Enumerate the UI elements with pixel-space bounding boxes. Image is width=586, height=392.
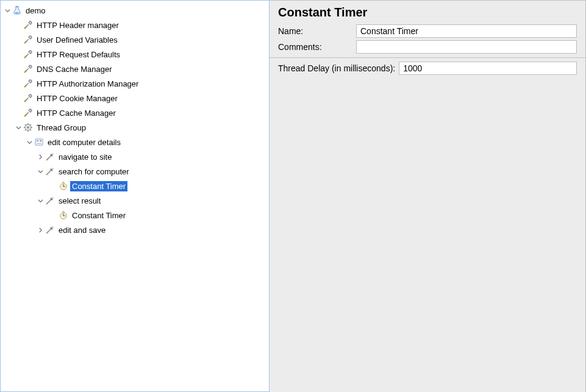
- tree-item-navigate-to-site[interactable]: navigate to site: [1, 149, 269, 164]
- chevron-right-icon[interactable]: [36, 226, 45, 234]
- tree-panel[interactable]: demo • HTTP Header manager •: [0, 0, 270, 392]
- tree-label: DNS Cache Manager: [35, 64, 114, 74]
- svg-rect-25: [63, 212, 65, 213]
- tree-item-demo[interactable]: demo: [1, 3, 269, 18]
- timer-icon: [58, 210, 69, 221]
- svg-point-21: [52, 197, 54, 199]
- svg-line-7: [25, 124, 26, 125]
- flask-icon: [12, 5, 23, 16]
- comments-input[interactable]: [356, 40, 577, 54]
- tree-label: search for computer: [57, 166, 131, 177]
- controller-icon: [34, 137, 45, 148]
- wrench-icon: [23, 49, 34, 60]
- comments-label: Comments:: [278, 42, 356, 52]
- svg-line-8: [30, 130, 31, 130]
- tree-item-search-for-computer[interactable]: search for computer: [1, 164, 269, 179]
- wrench-icon: [23, 34, 34, 45]
- svg-rect-11: [35, 139, 43, 145]
- sampler-icon: [45, 195, 55, 206]
- tree-item-dns-cache-manager[interactable]: • DNS Cache Manager: [1, 62, 269, 76]
- tree-label: select result: [57, 196, 102, 206]
- chevron-down-icon[interactable]: [14, 123, 23, 132]
- svg-rect-14: [37, 143, 41, 144]
- tree-item-constant-timer-selected[interactable]: Constant Timer: [1, 179, 269, 193]
- tree-item-user-defined-variables[interactable]: • User Defined Variables: [1, 32, 269, 47]
- tree-item-http-cookie-manager[interactable]: • HTTP Cookie Manager: [1, 91, 269, 105]
- wrench-icon: [23, 78, 34, 89]
- tree-label: HTTP Request Defaults: [35, 49, 122, 60]
- wrench-icon: [23, 20, 34, 30]
- timer-icon: [58, 180, 69, 191]
- thread-delay-input[interactable]: [399, 62, 577, 75]
- wrench-icon: [23, 107, 34, 118]
- svg-line-9: [25, 130, 26, 130]
- tree-label: demo: [24, 5, 48, 16]
- details-panel: Constant Timer Name: Comments: Thread De…: [270, 0, 586, 392]
- tree-label: HTTP Header manager: [35, 20, 121, 30]
- tree-item-http-header-manager[interactable]: • HTTP Header manager: [1, 18, 269, 32]
- tree-label: HTTP Cache Manager: [35, 108, 118, 118]
- sampler-icon: [45, 166, 55, 177]
- name-input[interactable]: [356, 24, 577, 38]
- tree-item-thread-group[interactable]: Thread Group: [1, 120, 269, 135]
- tree-label: edit and save: [57, 225, 107, 235]
- sampler-icon: [45, 151, 55, 162]
- svg-rect-0: [16, 6, 19, 7]
- tree-label: Thread Group: [35, 123, 88, 133]
- delay-label: Thread Delay (in milliseconds):: [278, 63, 395, 73]
- tree-item-http-authorization-manager[interactable]: • HTTP Authorization Manager: [1, 76, 269, 91]
- tree-label: Constant Timer: [70, 181, 127, 191]
- tree-item-http-request-defaults[interactable]: • HTTP Request Defaults: [1, 47, 269, 62]
- tree-label: navigate to site: [57, 152, 113, 162]
- tree-label: User Defined Variables: [35, 35, 120, 45]
- svg-point-2: [27, 126, 29, 129]
- tree-label: HTTP Cookie Manager: [35, 93, 120, 104]
- gear-icon: [23, 122, 34, 133]
- details-title: Constant Timer: [270, 1, 585, 23]
- tree-label: Constant Timer: [70, 210, 127, 221]
- sampler-icon: [45, 224, 55, 235]
- chevron-down-icon[interactable]: [25, 138, 34, 146]
- svg-line-10: [30, 124, 31, 125]
- svg-rect-12: [37, 140, 38, 141]
- svg-rect-20: [63, 182, 65, 184]
- tree-item-select-result[interactable]: select result: [1, 193, 269, 208]
- svg-point-15: [52, 153, 54, 155]
- divider: [270, 57, 585, 58]
- tree-item-constant-timer[interactable]: Constant Timer: [1, 208, 269, 223]
- chevron-down-icon[interactable]: [36, 167, 45, 176]
- wrench-icon: [23, 93, 34, 104]
- tree-label: HTTP Authorization Manager: [35, 79, 140, 89]
- chevron-right-icon[interactable]: [36, 152, 45, 161]
- chevron-down-icon[interactable]: [36, 196, 45, 205]
- svg-point-16: [52, 168, 54, 169]
- name-label: Name:: [278, 26, 356, 36]
- tree-item-http-cache-manager[interactable]: • HTTP Cache Manager: [1, 105, 269, 120]
- svg-point-26: [52, 226, 54, 228]
- chevron-down-icon[interactable]: [3, 6, 12, 15]
- tree-label: edit computer details: [46, 137, 123, 148]
- tree-item-edit-and-save[interactable]: edit and save: [1, 223, 269, 237]
- svg-rect-13: [40, 140, 41, 141]
- tree-item-edit-computer-details[interactable]: edit computer details: [1, 135, 269, 149]
- wrench-icon: [23, 63, 34, 74]
